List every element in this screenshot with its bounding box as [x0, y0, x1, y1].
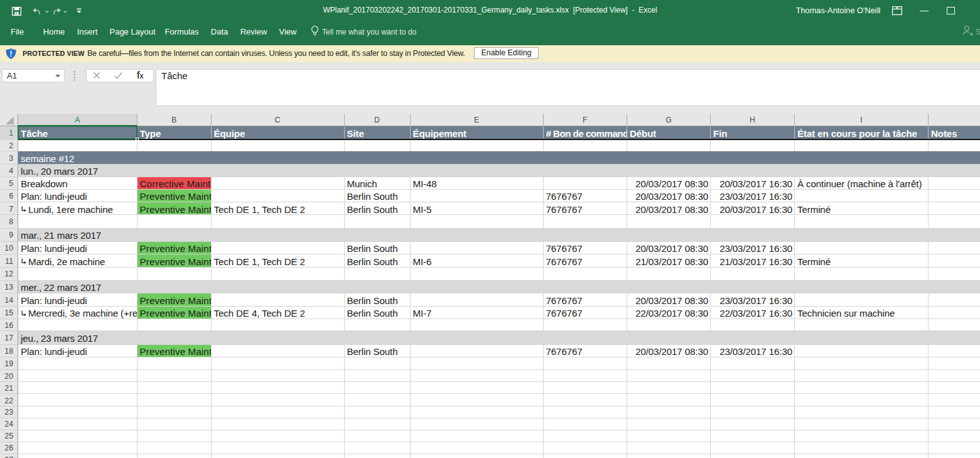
svg-text:S: S	[976, 28, 980, 36]
